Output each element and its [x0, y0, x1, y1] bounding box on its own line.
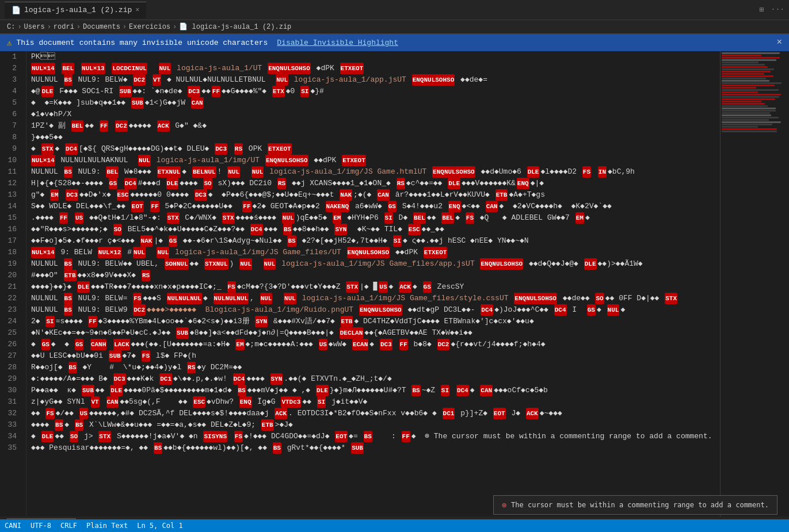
invisible-char-highlight: SYN	[334, 224, 347, 235]
warning-banner: ⚠ This document contains many invisible …	[0, 34, 789, 51]
invisible-char-highlight: ENQ	[517, 178, 529, 189]
code-text: ◆◆◆◆ś◆◆◆◆	[236, 212, 281, 224]
code-text: ◆◆◆V◆◆◆◆◆◆K&	[462, 178, 516, 189]
code-text: âr?◆◆◆◆1◆◆L◆rV◆◆KUVU◆	[391, 189, 494, 201]
invisible-char-highlight: ETXNUL	[157, 166, 181, 178]
status-encoding[interactable]: UTF-8	[31, 522, 51, 530]
invisible-char-highlight: DC3	[113, 373, 126, 385]
breadcrumb-file[interactable]: 📄 logica-js-aula_1 (2).zip	[179, 22, 291, 31]
invisible-char-highlight: NUL	[607, 304, 620, 316]
code-text: ◆	[31, 431, 40, 442]
breadcrumb-users[interactable]: Users	[24, 23, 45, 31]
title-bar: 📄 logica-js-aula_1 (2).zip × ⊞ ···	[0, 0, 789, 20]
line-number: 2	[5, 63, 17, 74]
invisible-char-highlight: ETXEOT	[268, 143, 292, 155]
invisible-char-highlight: SO	[70, 431, 78, 442]
breadcrumb-rodri[interactable]: rodri	[54, 23, 74, 31]
minimap-line	[722, 128, 777, 130]
code-text: ◆2?◆[◆◆jH52◆,7t◆◆H◆	[298, 235, 392, 247]
code-text: NULNUL	[31, 258, 63, 270]
invisible-char-highlight: VTDc3	[281, 396, 301, 408]
invisible-char-highlight: DLE	[110, 385, 123, 396]
editor-tab[interactable]: 📄 logica-js-aula_1 (2).zip ×	[5, 2, 146, 18]
title-bar-actions: ⊞ ···	[760, 5, 784, 14]
code-text: ◆	[620, 304, 625, 316]
error-text: The cursor must be within a commenting r…	[511, 501, 769, 509]
minimap-line	[722, 124, 772, 125]
code-text: F◆◆◆ SOC1-RI	[55, 86, 117, 97]
code-text: . EOTDC3I◆*B2◆fO◆◆S◆nFxx v◆◆b6◆ ◆	[288, 408, 441, 419]
invisible-char-highlight: DLE	[41, 431, 54, 442]
code-text	[145, 201, 150, 212]
code-text: ◆c^◆◆=◆◆	[406, 178, 447, 189]
layout-icon[interactable]: ⊞	[760, 5, 764, 14]
status-lang[interactable]: Plain Text	[86, 522, 128, 530]
breadcrumb-documents[interactable]: Documents	[83, 23, 120, 31]
invisible-char-highlight: LOCDCINUL	[112, 63, 147, 74]
code-text: ◆◆◆◆◆◆,◆#◆ DC2SÃ,^f DEL◆◆◆◆s◆$!◆◆◆◆daa◆j	[89, 408, 273, 419]
invisible-char-highlight: RS	[397, 178, 405, 189]
code-text: ◆◆◆◆}◆◆}◆	[31, 281, 76, 293]
tab-close-button[interactable]: ×	[135, 6, 139, 14]
code-text: ◆y DC2M=◆◆	[197, 362, 242, 373]
breadcrumb-sep-4: ›	[123, 23, 127, 31]
code-area[interactable]: PKNUL×14 BEL NUL×13 LOCDCINUL NUL logi…	[26, 51, 720, 516]
minimap-line	[722, 57, 780, 59]
line-number: 34	[5, 431, 17, 442]
invisible-char-highlight: STX	[665, 293, 677, 304]
invisible-char-highlight: ETB	[64, 270, 77, 281]
line-number: 26	[5, 339, 17, 350]
line-number: 9	[5, 143, 17, 155]
code-line: ◆◆◆ Pesquisar◆◆◆◆◆◆◆=◆, ◆◆ BS◆◆b◆{◆◆◆◆◆◆…	[31, 442, 715, 454]
minimap-line	[722, 78, 766, 79]
code-text: ◆◆◆K◆k	[127, 373, 159, 385]
file-path: logica-js-aula_1/img/JS Game_files/UT	[170, 247, 345, 258]
code-text: ◆	[470, 385, 479, 396]
line-number: 25	[5, 327, 17, 339]
code-text: ◆◆◆◆◆	[129, 120, 156, 132]
invisible-char-highlight: BEL	[413, 212, 426, 224]
invisible-char-highlight: ETXEOT	[342, 155, 366, 166]
breadcrumb-exercicios[interactable]: Exercicios	[129, 23, 170, 31]
invisible-char-highlight: FS	[227, 281, 236, 293]
invisible-char-highlight: GS	[423, 281, 432, 293]
code-text	[109, 120, 114, 132]
warning-close-button[interactable]: ×	[776, 37, 782, 48]
code-line: NUL×14 NULNULNULNAKNUL NUL logica-js-aul…	[31, 155, 715, 166]
code-text	[101, 396, 105, 408]
invisible-char-highlight: BS	[64, 258, 73, 270]
code-text: ◆	[369, 339, 379, 350]
line-number: 12	[5, 178, 17, 189]
line-number: 33	[5, 419, 17, 431]
code-text: ◆◆	[190, 258, 203, 270]
code-text: ◆◆-◆6◆r\1S◆Adyg~◆Nul◆◆	[178, 235, 286, 247]
more-icon[interactable]: ···	[771, 5, 784, 14]
code-text: ;◆(◆	[353, 189, 376, 201]
code-text: }◆◆◆5◆◆	[31, 132, 63, 143]
invisible-char-highlight: FF	[59, 212, 68, 224]
code-text: NUL9: BELW9	[74, 304, 132, 316]
code-text: I	[568, 304, 586, 316]
line-number: 30	[5, 385, 17, 396]
invisible-char-highlight: FF	[242, 201, 251, 212]
disable-highlight-link[interactable]: Disable Invisible Highlight	[277, 39, 398, 47]
code-text: ◆A◆+T◆gs	[509, 189, 545, 201]
status-eol[interactable]: CRLF	[60, 522, 77, 530]
code-text: H|◆{◆{S28◆◆-◆◆◆◆	[31, 178, 108, 189]
invisible-char-highlight: DC2	[115, 120, 128, 132]
code-line: ◆◆"R◆◆◆s>◆◆◆◆◆◆;◆ SO BEL5◆◆^◆k◆◆U◆◆◆◆◆C◆…	[31, 224, 715, 235]
code-text: #	[123, 247, 132, 258]
code-text: S◆◆ WDLE◆ DEL◆◆◆\f_◆◆	[31, 201, 130, 212]
code-line: ◆@DLE F◆◆◆ SOC1-RI SUB◆◆: `◆n◆de◆ DC3◆◆F…	[31, 86, 715, 97]
code-text: ◆	[31, 143, 40, 155]
code-text: :	[373, 431, 401, 442]
code-text	[228, 431, 233, 442]
code-text: ◆◆◆(◆◆.[U◆◆◆◆◆◆◆=a:◆H◆	[131, 339, 235, 350]
code-text: ◆8◆◆]◆a<◆◆dFd◆◆j◆n∂|=Q◆◆◆◆B◆◆◆|◆	[190, 327, 338, 339]
invisible-char-highlight: ACK	[399, 281, 411, 293]
invisible-char-highlight: DLE	[41, 86, 54, 97]
code-text: ◆ ◆2◆VC◆◆◆◆h◆ ◆K◆2V◆`◆◆	[499, 201, 611, 212]
code-text: ◆7◆	[123, 350, 140, 362]
invisible-char-highlight: SUB	[109, 350, 121, 362]
breadcrumb-c[interactable]: C:	[7, 23, 15, 31]
